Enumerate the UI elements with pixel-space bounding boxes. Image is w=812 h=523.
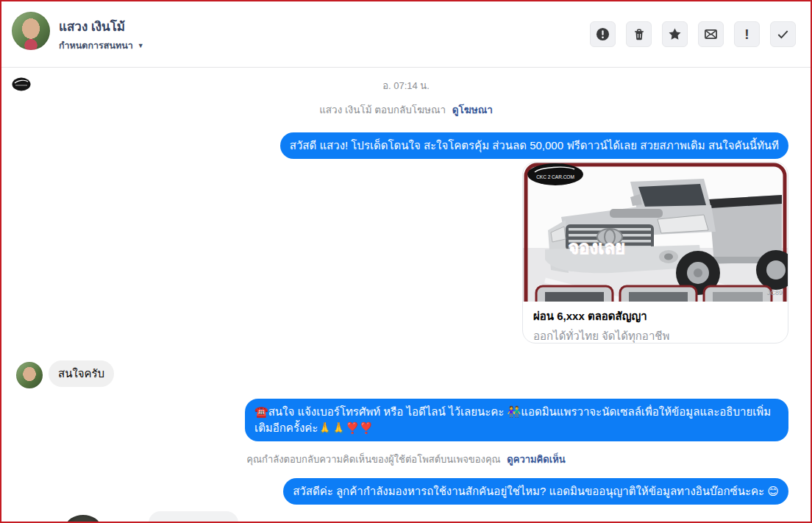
conversation-window: แสวง เงินโม้ กำหนดการสนทนา ▼ (0, 0, 812, 523)
car-listing-card[interactable]: CKC 2 CAR.COM จองเลย JC89 ผ่อน 6,xxx ตลอ… (522, 162, 788, 344)
mark-done-button[interactable] (770, 21, 796, 47)
day-timestamp: อ. 07:14 น. (1, 78, 811, 93)
exclamation-icon: ! (744, 27, 749, 41)
view-ad-link[interactable]: ดูโฆษณา (452, 104, 493, 115)
partial-incoming-bubble (149, 511, 238, 523)
view-comment-link[interactable]: ดูความคิดเห็น (507, 454, 565, 465)
reply-status-text: คุณกำลังตอบกลับความคิดเห็นของผู้ใช้ต่อโพ… (246, 454, 500, 465)
follow-up-button[interactable] (662, 21, 688, 47)
reply-context-text: แสวง เงินโม้ ตอบกลับโฆษณา (319, 104, 446, 115)
conversation-schedule-dropdown[interactable]: กำหนดการสนทนา ▼ (59, 38, 144, 53)
car-photo: CKC 2 CAR.COM จองเลย JC89 (523, 163, 788, 302)
check-icon (776, 27, 790, 41)
reply-context: แสวง เงินโม้ ตอบกลับโฆษณา ดูโฆษณา (1, 102, 811, 118)
incoming-message: สนใจครับ (49, 360, 114, 387)
outgoing-message: สวัสดี แสวง! โปรเด็ดโดนใจ สะใจโคตรคุ้ม ส… (280, 132, 788, 159)
photo-overlay-text: จองเลย (569, 238, 625, 257)
partial-avatar (66, 515, 100, 523)
envelope-icon (704, 27, 718, 41)
photo-code: JC89 (767, 289, 783, 296)
contact-avatar[interactable] (12, 12, 50, 50)
report-button[interactable] (590, 21, 616, 47)
dealer-logo-text: CKC 2 CAR.COM (536, 174, 574, 179)
trash-icon (633, 28, 646, 41)
conversation-toolbar: ! (590, 21, 796, 47)
conversation-schedule-label: กำหนดการสนทนา (59, 38, 133, 53)
conversation-header: แสวง เงินโม้ กำหนดการสนทนา ▼ (1, 1, 811, 68)
star-icon (668, 27, 682, 41)
alert-circle-icon (596, 27, 610, 41)
mark-important-button[interactable]: ! (734, 21, 760, 47)
mark-unread-button[interactable] (698, 21, 724, 47)
reply-status-note: คุณกำลังตอบกลับความคิดเห็นของผู้ใช้ต่อโพ… (1, 452, 811, 467)
car-card-title: ผ่อน 6,xxx ตลอดสัญญา (533, 307, 777, 325)
chevron-down-icon: ▼ (138, 42, 144, 49)
car-card-body: ผ่อน 6,xxx ตลอดสัญญา ออกได้ทั่วไทย จัดได… (523, 302, 788, 344)
outgoing-message: สวัสดีค่ะ ลูกค้ากำลังมองหารถใช้งานสักคัน… (283, 478, 788, 505)
delete-button[interactable] (626, 21, 652, 47)
contact-message-avatar[interactable] (16, 362, 43, 388)
car-card-subtitle: ออกได้ทั่วไทย จัดได้ทุกอาชีพ (533, 327, 777, 344)
outgoing-message: ☎️สนใจ แจ้งเบอร์โทรศัพท์ หรือ ไอดีไลน์ ไ… (245, 399, 788, 441)
message-thread: อ. 07:14 น. แสวง เงินโม้ ตอบกลับโฆษณา ดู… (1, 68, 811, 522)
contact-name: แสวง เงินโม้ (59, 16, 125, 36)
